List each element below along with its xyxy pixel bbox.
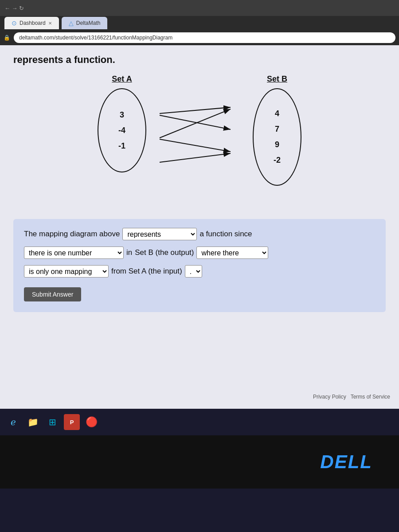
- svg-line-4: [160, 139, 231, 152]
- line1-prefix: The mapping diagram above: [24, 228, 120, 240]
- there-is-one-number-dropdown[interactable]: there is one number there are multiple n…: [24, 246, 124, 259]
- line2-set-b: Set B (the output): [135, 246, 194, 258]
- is-only-one-mapping-dropdown[interactable]: is only one mapping are multiple mapping…: [24, 265, 109, 278]
- browser-controls: ← → ↻: [4, 5, 24, 12]
- browser-bar: ← → ↻: [0, 0, 399, 16]
- sentence-row-3: is only one mapping are multiple mapping…: [24, 265, 375, 278]
- tab-bar: ⊙ Dashboard ✕ △ DeltaMath: [0, 16, 399, 30]
- represents-dropdown[interactable]: represents does not represent: [122, 228, 197, 240]
- privacy-policy-link[interactable]: Privacy Policy: [313, 394, 346, 400]
- taskbar: ℯ 📁 ⊞ P 🔴: [0, 409, 399, 435]
- submit-button[interactable]: Submit Answer: [24, 287, 81, 301]
- set-b-oval: 4 7 9 -2: [253, 88, 301, 186]
- set-a-num-3: -1: [118, 141, 125, 151]
- tab-close-icon[interactable]: ✕: [48, 21, 52, 26]
- main-content: represents a function. Set A 3 -4 -1: [0, 45, 399, 409]
- taskbar-chrome-icon[interactable]: 🔴: [83, 414, 99, 430]
- dell-section: DELL: [0, 435, 399, 489]
- set-b-num-4: -2: [274, 156, 281, 165]
- answer-area: The mapping diagram above represents doe…: [13, 219, 386, 312]
- dashboard-icon: ⊙: [12, 20, 17, 27]
- taskbar-edge-icon[interactable]: ℯ: [5, 414, 21, 430]
- sentence-row-1: The mapping diagram above represents doe…: [24, 228, 375, 240]
- line1-suffix: a function since: [200, 228, 252, 240]
- svg-line-2: [160, 115, 231, 129]
- deltamath-tab-icon: △: [69, 20, 74, 27]
- set-b-num-2: 7: [275, 125, 279, 134]
- set-b-container: Set B 4 7 9 -2: [253, 74, 301, 206]
- terms-of-service-link[interactable]: Terms of Service: [351, 394, 390, 400]
- url-display[interactable]: deltamath.com/student/solve/13166221/fun…: [14, 32, 395, 43]
- taskbar-pp-icon[interactable]: P: [64, 414, 80, 430]
- taskbar-folder-icon[interactable]: 📁: [25, 414, 41, 430]
- tab-deltamath[interactable]: △ DeltaMath: [62, 17, 108, 29]
- svg-line-1: [160, 107, 231, 113]
- set-a-oval: 3 -4 -1: [98, 88, 146, 172]
- lock-icon: 🔒: [4, 35, 10, 41]
- arrows-svg: [155, 95, 244, 206]
- tab-deltamath-label: DeltaMath: [76, 20, 101, 26]
- set-a-num-1: 3: [120, 110, 124, 120]
- tab-dashboard-label: Dashboard: [20, 20, 46, 26]
- set-a-container: Set A 3 -4 -1: [98, 74, 146, 206]
- page-title: represents a function.: [13, 54, 386, 66]
- set-b-num-3: 9: [275, 140, 279, 149]
- line2-in: in: [126, 246, 132, 258]
- address-bar: 🔒 deltamath.com/student/solve/13166221/f…: [0, 30, 399, 45]
- svg-line-3: [160, 109, 231, 138]
- set-b-num-1: 4: [275, 109, 279, 118]
- set-a-label: Set A: [112, 74, 132, 84]
- svg-line-5: [160, 153, 231, 162]
- taskbar-windows-icon[interactable]: ⊞: [44, 414, 60, 430]
- diagram-container: Set A 3 -4 -1: [13, 74, 386, 206]
- footer-links: Privacy Policy Terms of Service: [313, 394, 390, 400]
- period-dropdown[interactable]: .: [185, 265, 202, 278]
- sentence-row-2: there is one number there are multiple n…: [24, 246, 375, 259]
- where-there-dropdown[interactable]: where there where there is not: [196, 246, 268, 259]
- dell-logo: DELL: [320, 451, 372, 473]
- set-b-label: Set B: [267, 74, 287, 84]
- set-a-num-2: -4: [118, 126, 125, 135]
- line3-from: from Set A (the input): [111, 265, 182, 277]
- tab-dashboard[interactable]: ⊙ Dashboard ✕: [4, 17, 59, 29]
